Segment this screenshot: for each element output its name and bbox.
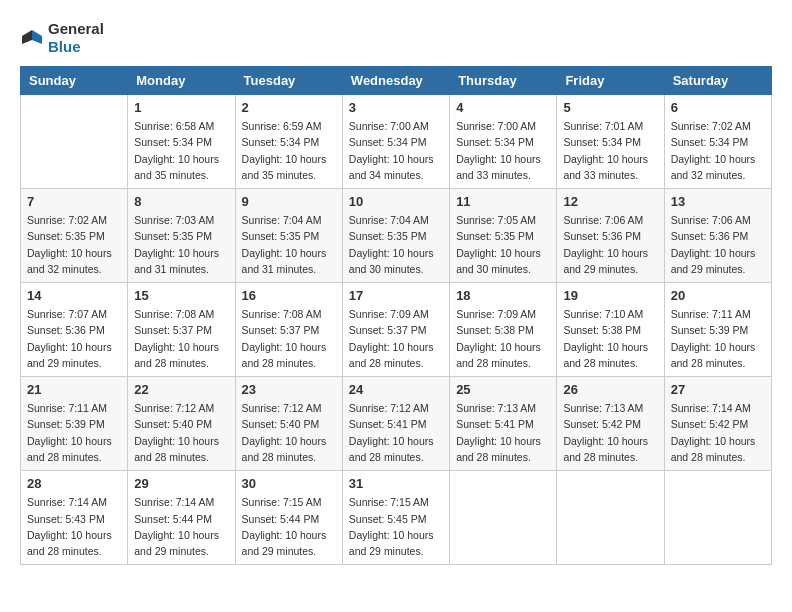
day-number: 28 [27,476,121,491]
empty-cell [557,471,664,565]
week-row-3: 14Sunrise: 7:07 AMSunset: 5:36 PMDayligh… [21,283,772,377]
day-info: Sunrise: 6:58 AMSunset: 5:34 PMDaylight:… [134,118,228,183]
day-number: 25 [456,382,550,397]
day-number: 7 [27,194,121,209]
empty-cell [664,471,771,565]
empty-cell [21,95,128,189]
day-info: Sunrise: 7:07 AMSunset: 5:36 PMDaylight:… [27,306,121,371]
day-number: 26 [563,382,657,397]
day-info: Sunrise: 7:09 AMSunset: 5:38 PMDaylight:… [456,306,550,371]
day-number: 12 [563,194,657,209]
day-info: Sunrise: 7:10 AMSunset: 5:38 PMDaylight:… [563,306,657,371]
svg-marker-1 [22,30,32,44]
day-header-friday: Friday [557,67,664,95]
day-cell-7: 7Sunrise: 7:02 AMSunset: 5:35 PMDaylight… [21,189,128,283]
day-info: Sunrise: 7:15 AMSunset: 5:45 PMDaylight:… [349,494,443,559]
calendar-header: SundayMondayTuesdayWednesdayThursdayFrid… [21,67,772,95]
day-number: 29 [134,476,228,491]
day-info: Sunrise: 7:08 AMSunset: 5:37 PMDaylight:… [134,306,228,371]
day-info: Sunrise: 7:05 AMSunset: 5:35 PMDaylight:… [456,212,550,277]
calendar-body: 1Sunrise: 6:58 AMSunset: 5:34 PMDaylight… [21,95,772,565]
day-info: Sunrise: 7:12 AMSunset: 5:40 PMDaylight:… [242,400,336,465]
day-number: 3 [349,100,443,115]
day-cell-2: 2Sunrise: 6:59 AMSunset: 5:34 PMDaylight… [235,95,342,189]
day-number: 17 [349,288,443,303]
day-info: Sunrise: 7:13 AMSunset: 5:41 PMDaylight:… [456,400,550,465]
day-cell-31: 31Sunrise: 7:15 AMSunset: 5:45 PMDayligh… [342,471,449,565]
day-number: 22 [134,382,228,397]
day-cell-27: 27Sunrise: 7:14 AMSunset: 5:42 PMDayligh… [664,377,771,471]
day-header-tuesday: Tuesday [235,67,342,95]
day-info: Sunrise: 7:11 AMSunset: 5:39 PMDaylight:… [27,400,121,465]
day-number: 18 [456,288,550,303]
day-cell-17: 17Sunrise: 7:09 AMSunset: 5:37 PMDayligh… [342,283,449,377]
week-row-4: 21Sunrise: 7:11 AMSunset: 5:39 PMDayligh… [21,377,772,471]
svg-marker-0 [32,30,42,44]
day-number: 6 [671,100,765,115]
day-cell-18: 18Sunrise: 7:09 AMSunset: 5:38 PMDayligh… [450,283,557,377]
day-info: Sunrise: 7:15 AMSunset: 5:44 PMDaylight:… [242,494,336,559]
logo-bird-icon [20,26,44,50]
day-number: 20 [671,288,765,303]
calendar-table: SundayMondayTuesdayWednesdayThursdayFrid… [20,66,772,565]
day-header-monday: Monday [128,67,235,95]
day-info: Sunrise: 7:01 AMSunset: 5:34 PMDaylight:… [563,118,657,183]
day-headers-row: SundayMondayTuesdayWednesdayThursdayFrid… [21,67,772,95]
week-row-5: 28Sunrise: 7:14 AMSunset: 5:43 PMDayligh… [21,471,772,565]
day-cell-23: 23Sunrise: 7:12 AMSunset: 5:40 PMDayligh… [235,377,342,471]
day-cell-20: 20Sunrise: 7:11 AMSunset: 5:39 PMDayligh… [664,283,771,377]
logo-text: General Blue [48,20,104,56]
day-cell-8: 8Sunrise: 7:03 AMSunset: 5:35 PMDaylight… [128,189,235,283]
day-cell-5: 5Sunrise: 7:01 AMSunset: 5:34 PMDaylight… [557,95,664,189]
day-info: Sunrise: 7:04 AMSunset: 5:35 PMDaylight:… [349,212,443,277]
day-info: Sunrise: 7:14 AMSunset: 5:44 PMDaylight:… [134,494,228,559]
day-info: Sunrise: 7:03 AMSunset: 5:35 PMDaylight:… [134,212,228,277]
day-info: Sunrise: 7:02 AMSunset: 5:34 PMDaylight:… [671,118,765,183]
day-info: Sunrise: 7:00 AMSunset: 5:34 PMDaylight:… [456,118,550,183]
day-cell-29: 29Sunrise: 7:14 AMSunset: 5:44 PMDayligh… [128,471,235,565]
day-cell-1: 1Sunrise: 6:58 AMSunset: 5:34 PMDaylight… [128,95,235,189]
day-number: 30 [242,476,336,491]
day-cell-21: 21Sunrise: 7:11 AMSunset: 5:39 PMDayligh… [21,377,128,471]
day-number: 1 [134,100,228,115]
day-cell-14: 14Sunrise: 7:07 AMSunset: 5:36 PMDayligh… [21,283,128,377]
day-info: Sunrise: 7:12 AMSunset: 5:41 PMDaylight:… [349,400,443,465]
day-number: 23 [242,382,336,397]
day-number: 31 [349,476,443,491]
week-row-1: 1Sunrise: 6:58 AMSunset: 5:34 PMDaylight… [21,95,772,189]
day-cell-24: 24Sunrise: 7:12 AMSunset: 5:41 PMDayligh… [342,377,449,471]
day-cell-12: 12Sunrise: 7:06 AMSunset: 5:36 PMDayligh… [557,189,664,283]
day-info: Sunrise: 7:14 AMSunset: 5:42 PMDaylight:… [671,400,765,465]
day-cell-26: 26Sunrise: 7:13 AMSunset: 5:42 PMDayligh… [557,377,664,471]
day-info: Sunrise: 7:04 AMSunset: 5:35 PMDaylight:… [242,212,336,277]
day-info: Sunrise: 7:12 AMSunset: 5:40 PMDaylight:… [134,400,228,465]
day-cell-15: 15Sunrise: 7:08 AMSunset: 5:37 PMDayligh… [128,283,235,377]
day-number: 19 [563,288,657,303]
day-number: 4 [456,100,550,115]
day-info: Sunrise: 7:08 AMSunset: 5:37 PMDaylight:… [242,306,336,371]
day-cell-25: 25Sunrise: 7:13 AMSunset: 5:41 PMDayligh… [450,377,557,471]
day-info: Sunrise: 7:11 AMSunset: 5:39 PMDaylight:… [671,306,765,371]
day-info: Sunrise: 7:09 AMSunset: 5:37 PMDaylight:… [349,306,443,371]
day-info: Sunrise: 7:02 AMSunset: 5:35 PMDaylight:… [27,212,121,277]
day-info: Sunrise: 6:59 AMSunset: 5:34 PMDaylight:… [242,118,336,183]
day-number: 24 [349,382,443,397]
day-info: Sunrise: 7:06 AMSunset: 5:36 PMDaylight:… [671,212,765,277]
day-cell-16: 16Sunrise: 7:08 AMSunset: 5:37 PMDayligh… [235,283,342,377]
day-cell-19: 19Sunrise: 7:10 AMSunset: 5:38 PMDayligh… [557,283,664,377]
day-number: 15 [134,288,228,303]
day-cell-28: 28Sunrise: 7:14 AMSunset: 5:43 PMDayligh… [21,471,128,565]
day-number: 9 [242,194,336,209]
day-number: 5 [563,100,657,115]
day-cell-4: 4Sunrise: 7:00 AMSunset: 5:34 PMDaylight… [450,95,557,189]
day-number: 27 [671,382,765,397]
day-number: 13 [671,194,765,209]
page-header: General Blue [20,20,772,56]
day-number: 8 [134,194,228,209]
day-header-wednesday: Wednesday [342,67,449,95]
day-number: 21 [27,382,121,397]
day-number: 11 [456,194,550,209]
empty-cell [450,471,557,565]
day-info: Sunrise: 7:00 AMSunset: 5:34 PMDaylight:… [349,118,443,183]
day-info: Sunrise: 7:14 AMSunset: 5:43 PMDaylight:… [27,494,121,559]
